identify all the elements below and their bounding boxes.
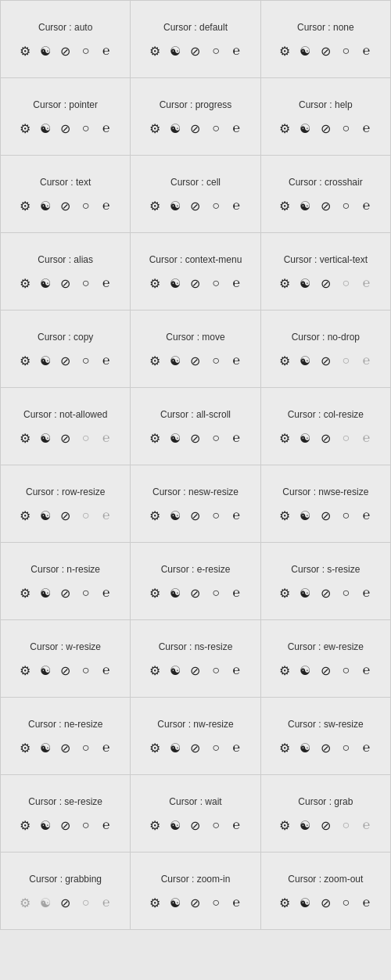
cursor-icon: ℮ [228,662,245,679]
cursor-icon: ⊘ [57,584,74,601]
cursor-icon: ⚙ [276,197,293,214]
icons-row: ⚙☯⊘○℮ [16,42,115,59]
cursor-icon: ⊘ [187,507,204,524]
cursor-icon: ☯ [296,817,314,834]
cursor-icon: ☯ [167,584,184,601]
cursor-cell: Cursor : row-resize⚙☯⊘○℮ [1,465,131,543]
icons-row: ⚙☯⊘○℮ [16,429,115,447]
cursor-icon: ○ [77,584,95,601]
cursor-cell: Cursor : nw-resize⚙☯⊘○℮ [131,698,260,775]
cursor-icon: ⚙ [146,662,163,679]
icons-row: ⚙☯⊘○℮ [146,507,245,524]
cursor-icon: ⚙ [146,197,163,214]
cursor-icon: ☯ [37,429,54,447]
cursor-label: Cursor : not-allowed [23,409,107,420]
cursor-icon: ⊘ [57,429,74,447]
icons-row: ⚙☯⊘○℮ [16,197,115,214]
cursor-icon: ⊘ [187,42,204,59]
cursor-label: Cursor : crosshair [289,177,363,188]
cursor-icon: ☯ [167,662,184,679]
cursor-icon: ⊘ [187,662,204,679]
cursor-cell: Cursor : none⚙☯⊘○℮ [261,1,391,78]
cursor-icon: ⊘ [57,817,74,834]
cursor-icon: ⊘ [187,352,204,369]
cursor-icon: ⊘ [187,894,204,911]
cursor-icon: ○ [207,197,224,214]
cursor-icon: ☯ [167,739,184,756]
cursor-cell: Cursor : progress⚙☯⊘○℮ [131,78,260,156]
cursor-icon: ○ [207,894,224,911]
cursor-label: Cursor : n-resize [30,564,100,575]
cursor-icon: ℮ [228,197,245,214]
cursor-icon: ⚙ [276,817,293,834]
cursor-icon: ○ [207,507,224,524]
cursor-icon: ⊘ [317,352,334,369]
cursor-icon: ☯ [37,42,54,59]
cursor-icon: ℮ [357,662,375,679]
cursor-icon: ☯ [167,197,184,214]
cursor-cell: Cursor : s-resize⚙☯⊘○℮ [261,543,391,620]
cursor-icon: ○ [337,275,354,292]
cursor-icon: ℮ [357,584,375,601]
cursor-icon: ⚙ [276,120,293,137]
cursor-icon: ⊘ [317,120,334,137]
cursor-label: Cursor : grab [298,796,353,807]
icons-row: ⚙☯⊘○℮ [16,507,115,524]
cursor-icon: ⊘ [57,275,74,292]
cursor-icon: ○ [77,817,95,834]
cursor-icon: ⚙ [146,429,163,447]
icons-row: ⚙☯⊘○℮ [276,584,375,601]
cursor-cell: Cursor : auto⚙☯⊘○℮ [1,1,131,78]
cursor-icon: ⊘ [317,429,334,447]
cursor-icon: ⚙ [16,817,34,834]
cursor-label: Cursor : grabbing [29,874,102,885]
cursor-icon: ○ [207,662,224,679]
cursor-icon: ℮ [98,120,115,137]
cursor-label: Cursor : alias [38,254,93,265]
cursor-icon: ⚙ [276,507,293,524]
cursor-icon: ℮ [98,507,115,524]
cursor-icon: ⚙ [276,739,293,756]
cursor-icon: ○ [207,584,224,601]
cursor-cell: Cursor : all-scroll⚙☯⊘○℮ [131,388,260,465]
cursor-icon: ⚙ [16,120,34,137]
cursor-label: Cursor : no-drop [292,332,360,343]
cursor-label: Cursor : ew-resize [288,641,364,652]
cursor-label: Cursor : move [166,332,224,343]
icons-row: ⚙☯⊘○℮ [276,429,375,447]
icons-row: ⚙☯⊘○℮ [146,584,245,601]
cursor-icon: ☯ [296,429,314,447]
cursor-icon: ☯ [37,275,54,292]
cursor-icon: ⚙ [276,352,293,369]
cursor-icon: ℮ [228,894,245,911]
cursor-icon: ⚙ [16,429,34,447]
cursor-cell: Cursor : cell⚙☯⊘○℮ [131,156,260,233]
cursor-cell: Cursor : w-resize⚙☯⊘○℮ [1,620,131,698]
cursor-cell: Cursor : crosshair⚙☯⊘○℮ [261,156,391,233]
icons-row: ⚙☯⊘○℮ [276,275,375,292]
cursor-icon: ○ [207,817,224,834]
cursor-icon: ℮ [357,42,375,59]
cursor-icon: ○ [207,429,224,447]
cursor-label: Cursor : context-menu [149,254,242,265]
cursor-icon: ○ [337,662,354,679]
icons-row: ⚙☯⊘○℮ [146,352,245,369]
cursor-icon: ℮ [98,42,115,59]
cursor-icon: ☯ [296,662,314,679]
cursor-icon: ☯ [167,120,184,137]
icons-row: ⚙☯⊘○℮ [16,352,115,369]
cursor-icon: ○ [77,42,95,59]
cursor-label: Cursor : nwse-resize [282,486,368,497]
cursor-icon: ⚙ [16,352,34,369]
cursor-icon: ○ [77,275,95,292]
cursor-icon: ⚙ [16,662,34,679]
icons-row: ⚙☯⊘○℮ [146,739,245,756]
icons-row: ⚙☯⊘○℮ [276,894,375,911]
cursor-icon: ℮ [228,275,245,292]
cursor-icon: ⚙ [16,584,34,601]
cursor-icon: ☯ [296,197,314,214]
cursor-icon: ⚙ [146,894,163,911]
cursor-cell: Cursor : grabbing⚙☯⊘○℮ [1,853,131,930]
cursor-icon: ⊘ [57,507,74,524]
cursor-cell: Cursor : sw-resize⚙☯⊘○℮ [261,698,391,775]
